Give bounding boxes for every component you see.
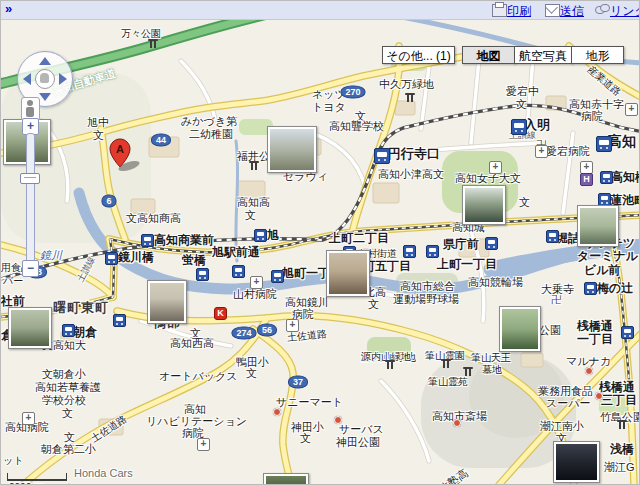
map-label: ビル前 (584, 262, 621, 279)
map-label: 高知小津高文 (378, 167, 444, 182)
map-label: 中久万緑地 (379, 77, 434, 92)
torii-icon (617, 420, 627, 429)
map-label: 旭 (267, 227, 279, 244)
pan-down-arrow-icon[interactable] (39, 93, 51, 101)
map-label: Honda Cars (74, 467, 133, 479)
mail-icon (545, 4, 560, 17)
torii-icon (249, 161, 259, 170)
scale-label: 2000 フィート (9, 481, 75, 485)
hosp-icon (286, 319, 299, 332)
poi-icon (273, 408, 281, 416)
route-shield: 56 (257, 324, 277, 337)
map-label: 筆山霊苑 (428, 375, 468, 389)
pan-center-hand-icon[interactable] (35, 69, 55, 89)
torii-icon (441, 359, 451, 368)
zoom-slider-handle[interactable] (20, 173, 40, 184)
route-shield: 44 (151, 134, 171, 147)
map-label: 旭駅前通 (212, 244, 260, 261)
map-label: 文高知商高 (126, 211, 181, 226)
map-type-button-terrain[interactable]: 地形 (571, 46, 624, 64)
map-type-button-satellite[interactable]: 航空写真 (514, 46, 572, 64)
zoom-slider-track[interactable] (26, 133, 35, 263)
marker-letter: A (116, 143, 124, 155)
map-label: 文 (246, 366, 257, 381)
photo-thumbnail[interactable] (553, 441, 600, 483)
map-type-button-map[interactable]: 地図 (462, 46, 515, 64)
map-label: 文 (300, 431, 311, 446)
map-label: スーパー (546, 396, 591, 411)
pan-left-arrow-icon[interactable] (23, 73, 31, 85)
tramL-icon (596, 136, 612, 152)
map-label: 病院 (581, 109, 603, 124)
torii-icon (148, 39, 158, 48)
print-icon (492, 4, 507, 17)
photo-image (580, 208, 616, 244)
photo-image (150, 283, 184, 321)
tram-icon (113, 314, 126, 327)
photo-image (266, 476, 306, 485)
pan-right-arrow-icon[interactable] (59, 73, 67, 85)
poi-icon (334, 416, 342, 424)
photo-thumbnail[interactable] (577, 205, 619, 247)
collapse-sidebar-button[interactable]: » (5, 1, 12, 16)
zoom-out-button[interactable]: − (22, 260, 39, 277)
map-label: 鏡川 (40, 248, 62, 263)
map-label: 文 (245, 208, 256, 223)
tramL-icon (374, 148, 390, 164)
torii-icon (463, 367, 473, 376)
photo-thumbnail[interactable] (267, 126, 317, 173)
map-label: 運動場野球場 (393, 292, 459, 307)
route-shield: 37 (288, 376, 308, 389)
map-label: 上町一丁目 (437, 256, 497, 273)
poi-icon (585, 367, 593, 375)
poi-icon (595, 392, 603, 400)
map-label: ット (3, 454, 23, 468)
map-label: オートバックス (159, 369, 238, 384)
map-label: バー (3, 274, 23, 288)
photo-thumbnail[interactable] (8, 307, 52, 349)
building-footprint (521, 353, 543, 367)
building-footprint (373, 183, 399, 203)
map-label: 曙町東町 (53, 299, 109, 317)
map-marker-a[interactable]: A (104, 138, 144, 172)
hosp-icon (250, 276, 263, 289)
tram-icon (141, 234, 154, 247)
photo-thumbnail[interactable] (462, 185, 506, 225)
map-label: 円行寺口 (388, 145, 440, 163)
route-shield: 6 (101, 195, 116, 208)
torii-icon (385, 360, 395, 369)
tram-icon (600, 171, 613, 184)
map-label: 高知 (608, 133, 636, 151)
hosp-icon (489, 161, 502, 174)
more-layers-button[interactable]: その他... (1) (382, 46, 455, 64)
map-label: 県庁前 (443, 236, 479, 253)
hosp-icon (197, 438, 210, 451)
map-label: 鏡川橋 (118, 249, 154, 266)
map-label: 潮江G (604, 460, 635, 475)
map-label: 公園 (539, 323, 561, 338)
map-canvas[interactable]: A + − その他... (1) 地図 航空写真 地形 2000 フィート ©2… (1, 19, 640, 485)
map-label: 上町二丁目 (329, 230, 389, 247)
map-label: 二幼稚園 (189, 127, 233, 142)
route-shield: 270 (340, 86, 365, 99)
map-label: 文 (62, 406, 73, 421)
print-link[interactable]: 印刷 (507, 3, 531, 20)
photo-thumbnail[interactable] (147, 280, 187, 324)
map-label: 高知競輪場 (468, 275, 523, 290)
photo-thumbnail[interactable] (263, 473, 309, 485)
photo-thumbnail[interactable] (326, 250, 370, 297)
tram-icon (232, 265, 245, 278)
link-link[interactable]: リンク (610, 3, 640, 20)
map-label: 文 (368, 297, 379, 312)
photo-image (502, 309, 538, 349)
map-label: 浅橋 (610, 441, 634, 458)
poi-icon (453, 419, 461, 427)
send-link[interactable]: 送信 (560, 3, 584, 20)
tram-icon (546, 230, 559, 243)
map-label: 梅の辻 (597, 280, 633, 297)
tram-icon (271, 270, 284, 283)
photo-thumbnail[interactable] (499, 306, 541, 352)
hosp-icon (625, 103, 638, 116)
building-footprint (395, 101, 415, 115)
pan-up-arrow-icon[interactable] (39, 57, 51, 65)
